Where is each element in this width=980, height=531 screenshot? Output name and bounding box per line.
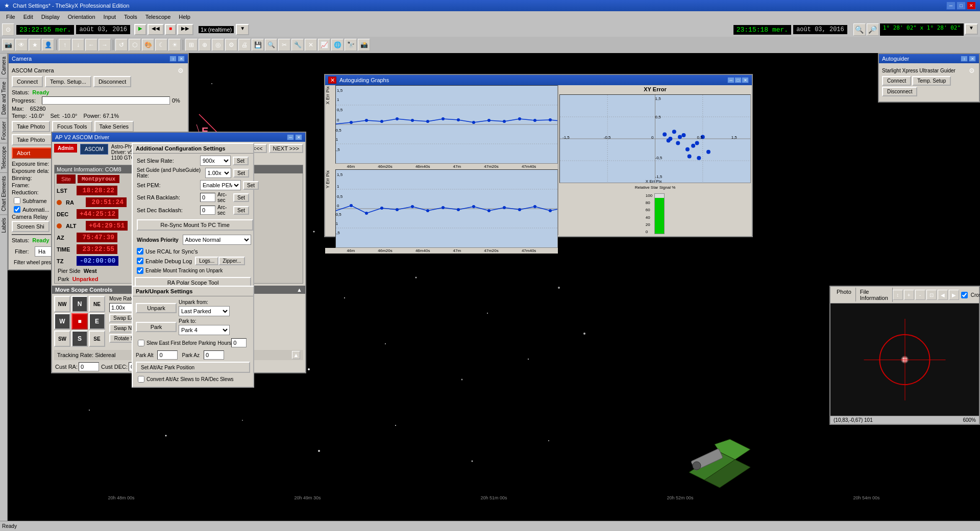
back-button[interactable]: ◀◀ [148,24,164,35]
tb-icon-target[interactable]: ◎ [212,39,224,51]
stop-btn[interactable]: ■ [71,313,88,330]
autoguider-connect-btn[interactable]: Connect [882,76,911,86]
camera-settings-icon[interactable]: ⚙ [177,66,185,74]
automate-checkbox[interactable] [14,206,20,213]
tb-icon-wrench[interactable]: 🔧 [291,39,304,51]
park-alt-input[interactable] [157,350,178,360]
autoguider-disconnect-btn[interactable]: Disconnect [882,87,917,96]
se-btn[interactable]: SE [89,331,105,347]
autoguiding-close-btn[interactable]: ✕ [742,77,749,83]
crosshairs-checkbox[interactable] [961,292,968,298]
zipper-btn[interactable]: Zipper... [218,257,245,265]
tb-icon-down[interactable]: ↓ [72,39,84,51]
sidebar-tab-datetime[interactable]: Date and Time [0,78,7,118]
w-btn[interactable]: W [54,313,70,330]
e-btn[interactable]: E [89,313,105,330]
tb-icon-settings[interactable]: ⚙ [225,39,237,51]
forward-button[interactable]: ▶▶ [177,24,193,35]
enable-mount-checkbox[interactable] [137,267,143,274]
ap-close-btn[interactable]: ✕ [295,134,302,140]
logs-btn[interactable]: Logs... [195,257,218,265]
camera-close-btn[interactable]: ✕ [178,56,185,62]
autoguiding-minimize-btn[interactable]: ─ [727,77,734,83]
temp-setup-btn[interactable]: Temp. Setup... [45,76,91,87]
move-rate-input[interactable] [109,303,132,312]
tb-icon-person[interactable]: 👤 [42,39,54,51]
dec-backlash-set-btn[interactable]: Set [233,206,249,215]
screen-shift-btn[interactable]: Screen Shi [12,221,50,232]
sleweast-checkbox[interactable] [138,340,144,346]
minimize-button[interactable]: ─ [946,2,955,10]
pem-set-btn[interactable]: Set [243,181,259,190]
zoom-btn-1[interactable]: 🔍 [853,23,866,36]
convert-checkbox[interactable] [138,376,144,383]
tb-icon-search[interactable]: 🔍 [265,39,277,51]
tb-icon-print[interactable]: 🖨 [238,39,251,51]
maximize-button[interactable]: □ [957,2,966,10]
focus-tools-btn[interactable]: Focus Tools [52,121,92,132]
connect-camera-btn[interactable]: Connect [12,76,43,87]
s-btn[interactable]: S [71,331,88,347]
play-button[interactable]: ▶ [134,24,146,35]
menu-input[interactable]: Input [100,13,120,21]
photo-zoom-in-btn[interactable]: + [904,290,914,300]
ra-backlash-set-btn[interactable]: Set [233,193,249,202]
tb-icon-delete[interactable]: ✕ [305,39,317,51]
photo-left-btn[interactable]: ◀ [938,290,948,300]
tracking-rate-icon[interactable]: ▲ [292,351,300,359]
ne-btn[interactable]: NE [89,296,105,312]
tb-icon-filter[interactable]: ⬡ [129,39,141,51]
photo-fit-btn[interactable]: ⊡ [926,290,937,300]
admin-button[interactable]: Admin [54,144,77,153]
sw-btn[interactable]: SW [54,331,70,347]
dec-backlash-input[interactable] [200,206,215,215]
tb-icon-globe[interactable]: 🌐 [331,39,344,51]
menu-edit[interactable]: Edit [19,13,37,21]
autoguiding-close-icon[interactable]: ✕ [328,77,336,84]
menu-display[interactable]: Display [37,13,64,21]
take-photo-btn[interactable]: Take Photo [12,121,50,132]
tb-icon-moon[interactable]: ☾ [155,39,167,51]
n-btn[interactable]: N [71,296,88,312]
tb-icon-scope[interactable]: 🔭 [345,39,357,51]
hours-input[interactable] [231,338,247,347]
photo-btn-1[interactable]: ↕ [893,290,903,300]
scope-controls-expand[interactable]: ▲ [297,287,302,293]
nw-btn[interactable]: NW [54,296,70,312]
camera-undock-btn[interactable]: ↕ [169,56,177,62]
tb-icon-refresh[interactable]: ↺ [115,39,128,51]
sidebar-tab-chartelements[interactable]: Chart Elements [0,172,7,214]
autoguider-close-btn[interactable]: ✕ [969,56,976,62]
next-btn[interactable]: NEXT >>> [269,144,303,153]
close-button[interactable]: ✕ [967,2,976,10]
tb-icon-camera[interactable]: 📷 [2,39,14,51]
tb-icon-cross[interactable]: ⊕ [199,39,211,51]
use-rcal-checkbox[interactable] [137,248,143,255]
zoom-btn-2[interactable]: 🔎 [867,23,879,36]
tb-icon-grid[interactable]: ⊞ [185,39,198,51]
sidebar-tab-labels[interactable]: Labels [0,214,7,236]
photo-right-btn[interactable]: ▶ [949,290,959,300]
tb-icon-color[interactable]: 🎨 [142,39,154,51]
file-info-tab[interactable]: File Information [856,288,893,302]
resync-btn[interactable]: Re-Sync Mount To PC Time [137,219,253,231]
guide-rate-select[interactable]: 1.00x [205,168,231,178]
disconnect-camera-btn[interactable]: Disconnect [93,76,131,87]
park-to-select[interactable]: Park 4 [179,325,230,335]
ap-minimize-btn[interactable]: ─ [287,134,294,140]
set-altaz-btn[interactable]: Set Alt/Az Park Position [136,362,250,373]
sidebar-tab-focuser[interactable]: Focuser [0,118,7,143]
menu-help[interactable]: Help [175,13,194,21]
menu-telescope[interactable]: Telescope [141,13,175,21]
photo-zoom-out-btn[interactable]: - [915,290,925,300]
tb-icon-eye[interactable]: 👁 [15,39,28,51]
autoguider-settings-icon[interactable]: ⚙ [968,66,976,74]
tb-icon-save[interactable]: 💾 [252,39,264,51]
park-az-input[interactable] [204,350,224,360]
photo-tab[interactable]: Photo [832,288,856,302]
tb-icon-camera2[interactable]: 📸 [358,39,370,51]
ra-backlash-input[interactable] [200,193,215,202]
subframe-checkbox[interactable] [14,197,20,204]
zoom-dropdown-btn[interactable]: ▼ [965,23,978,35]
take-series-btn[interactable]: Take Series [94,121,134,132]
